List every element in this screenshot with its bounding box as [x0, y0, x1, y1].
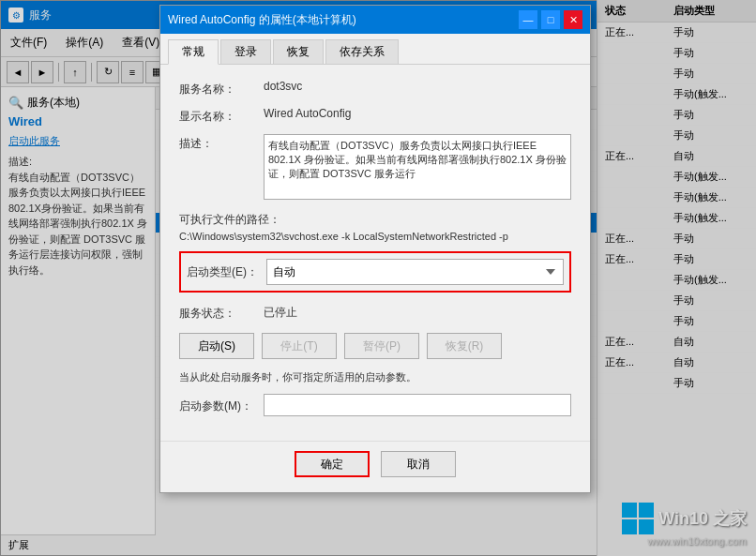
pause-button[interactable]: 暂停(P): [344, 333, 419, 359]
path-label: 可执行文件的路径：: [179, 212, 571, 228]
tab-dependency[interactable]: 依存关系: [325, 39, 399, 64]
minimize-button[interactable]: —: [519, 10, 537, 29]
display-name-value: Wired AutoConfig: [264, 107, 571, 120]
display-name-row: 显示名称： Wired AutoConfig: [179, 107, 571, 125]
service-status-value: 已停止: [264, 305, 571, 321]
tab-login[interactable]: 登录: [220, 39, 271, 64]
description-label: 描述：: [179, 134, 264, 152]
modal-footer: 确定 取消: [160, 441, 590, 492]
cancel-button[interactable]: 取消: [381, 451, 456, 477]
modal-tabs: 常规 登录 恢复 依存关系: [160, 34, 590, 65]
path-row: 可执行文件的路径： C:\Windows\system32\svchost.ex…: [179, 212, 571, 242]
startup-params-row: 启动参数(M)：: [179, 394, 571, 416]
service-name-row: 服务名称： dot3svc: [179, 80, 571, 98]
startup-params-label: 启动参数(M)：: [179, 397, 264, 414]
start-button[interactable]: 启动(S): [179, 333, 254, 359]
service-status-row: 服务状态： 已停止: [179, 304, 571, 322]
properties-dialog: Wired AutoConfig 的属性(本地计算机) — □ ✕ 常规 登录 …: [159, 5, 591, 493]
startup-type-select[interactable]: 自动 自动(延迟启动) 手动 禁用: [266, 259, 564, 285]
display-name-label: 显示名称：: [179, 107, 264, 125]
modal-title: Wired AutoConfig 的属性(本地计算机): [168, 12, 356, 28]
resume-button[interactable]: 恢复(R): [427, 333, 502, 359]
modal-overlay: Wired AutoConfig 的属性(本地计算机) — □ ✕ 常规 登录 …: [0, 0, 756, 556]
modal-titlebar: Wired AutoConfig 的属性(本地计算机) — □ ✕: [160, 6, 590, 34]
ok-button[interactable]: 确定: [295, 451, 370, 477]
service-buttons: 启动(S) 停止(T) 暂停(P) 恢复(R): [179, 333, 571, 359]
startup-type-label: 启动类型(E)：: [187, 264, 266, 280]
path-value: C:\Windows\system32\svchost.exe -k Local…: [179, 231, 571, 242]
close-button[interactable]: ✕: [564, 10, 582, 29]
startup-params-input[interactable]: [264, 394, 571, 416]
description-row: 描述： 有线自动配置（DOT3SVC）服务负责以太网接口执行IEEE 802.1…: [179, 134, 571, 203]
maximize-button[interactable]: □: [541, 10, 560, 29]
service-hint: 当从此处启动服务时，你可指定所适用的启动参数。: [179, 370, 571, 384]
titlebar-buttons: — □ ✕: [519, 10, 582, 29]
service-name-label: 服务名称：: [179, 80, 264, 98]
service-name-value: dot3svc: [264, 80, 571, 93]
service-status-label: 服务状态：: [179, 304, 264, 322]
stop-button[interactable]: 停止(T): [262, 333, 337, 359]
tab-general[interactable]: 常规: [168, 39, 219, 65]
startup-type-row: 启动类型(E)： 自动 自动(延迟启动) 手动 禁用: [179, 251, 571, 293]
modal-body: 服务名称： dot3svc 显示名称： Wired AutoConfig 描述：…: [160, 65, 590, 441]
description-textarea[interactable]: 有线自动配置（DOT3SVC）服务负责以太网接口执行IEEE 802.1X 身份…: [264, 134, 571, 200]
tab-recover[interactable]: 恢复: [273, 39, 324, 64]
